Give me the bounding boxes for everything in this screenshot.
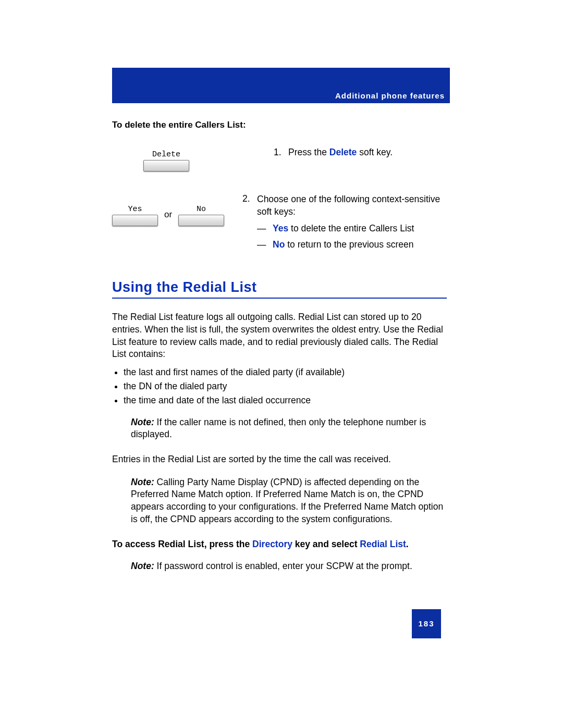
text: Press the	[288, 147, 329, 157]
note-2: Note: Calling Party Name Display (CPND) …	[131, 476, 447, 526]
note-1: Note: If the caller name is not defined,…	[131, 416, 447, 441]
dash: —	[257, 223, 273, 234]
redial-bullet-list: the last and first names of the dialed p…	[112, 367, 447, 406]
text: soft key.	[357, 147, 393, 157]
yes-keyword: Yes	[273, 223, 288, 233]
softkey-button-icon	[112, 215, 158, 226]
list-item: the DN of the dialed party	[124, 381, 447, 392]
delete-softkey-illustration: Delete	[143, 150, 189, 171]
dash: —	[257, 239, 273, 250]
header-section-title: Additional phone features	[335, 91, 445, 100]
no-keyword: No	[273, 239, 285, 250]
delete-heading: To delete the entire Callers List:	[112, 120, 447, 130]
no-softkey-illustration: No	[178, 205, 224, 226]
note-label: Note:	[131, 561, 154, 571]
yes-option: Yes to delete the entire Callers List	[273, 223, 414, 234]
sorted-paragraph: Entries in the Redial List are sorted by…	[112, 453, 447, 466]
document-page: Additional phone features To delete the …	[0, 68, 563, 728]
section-heading-redial: Using the Redial List	[112, 279, 447, 299]
note-text: If the caller name is not defined, then …	[131, 417, 426, 440]
softkey-label: No	[197, 205, 206, 214]
list-item: the time and date of the last dialed occ…	[124, 395, 447, 406]
page-number-box: 183	[412, 609, 441, 638]
page-number: 183	[418, 619, 434, 628]
note-3: Note: If password control is enabled, en…	[131, 560, 447, 573]
note-label: Note:	[131, 417, 154, 427]
step-1-text: 1. Press the Delete soft key.	[274, 147, 447, 158]
step-2-text: 2. Choose one of the following context-s…	[242, 193, 447, 250]
delete-keyword: Delete	[329, 147, 357, 157]
list-item: the last and first names of the dialed p…	[124, 367, 447, 378]
text: to delete the entire Callers List	[288, 223, 414, 233]
redial-intro-paragraph: The Redial List feature logs all outgoin…	[112, 311, 447, 361]
step-number: 1.	[274, 147, 288, 158]
step-number: 2.	[242, 193, 257, 250]
text: .	[406, 539, 409, 549]
directory-keyword: Directory	[252, 539, 292, 549]
text: key and select	[292, 539, 360, 549]
step-1-key-illustration: Delete	[112, 147, 274, 171]
content-area: To delete the entire Callers List: Delet…	[112, 120, 447, 573]
redial-list-keyword: Redial List	[360, 539, 406, 549]
softkey-button-icon	[143, 160, 189, 171]
access-instruction: To access Redial List, press the Directo…	[112, 539, 447, 550]
softkey-label: Yes	[128, 205, 142, 214]
yes-softkey-illustration: Yes	[112, 205, 158, 226]
or-text: or	[164, 209, 172, 220]
softkey-label: Delete	[152, 150, 180, 159]
note-text: If password control is enabled, enter yo…	[154, 561, 412, 571]
step-2-row: Yes or No 2. Choose one of the following…	[112, 193, 447, 250]
step-2-key-illustration: Yes or No	[112, 193, 242, 226]
no-option: No to return to the previous screen	[273, 239, 413, 250]
step-1-row: Delete 1. Press the Delete soft key.	[112, 147, 447, 171]
softkey-button-icon	[178, 215, 224, 226]
text: To access Redial List, press the	[112, 539, 252, 549]
step-2-intro: Choose one of the following context-sens…	[257, 193, 447, 218]
header-bar: Additional phone features	[112, 68, 450, 103]
text: to return to the previous screen	[285, 239, 413, 250]
note-text: Calling Party Name Display (CPND) is aff…	[131, 477, 443, 524]
note-label: Note:	[131, 477, 154, 487]
step-1-body: Press the Delete soft key.	[288, 147, 447, 158]
step-2-body: Choose one of the following context-sens…	[257, 193, 447, 250]
